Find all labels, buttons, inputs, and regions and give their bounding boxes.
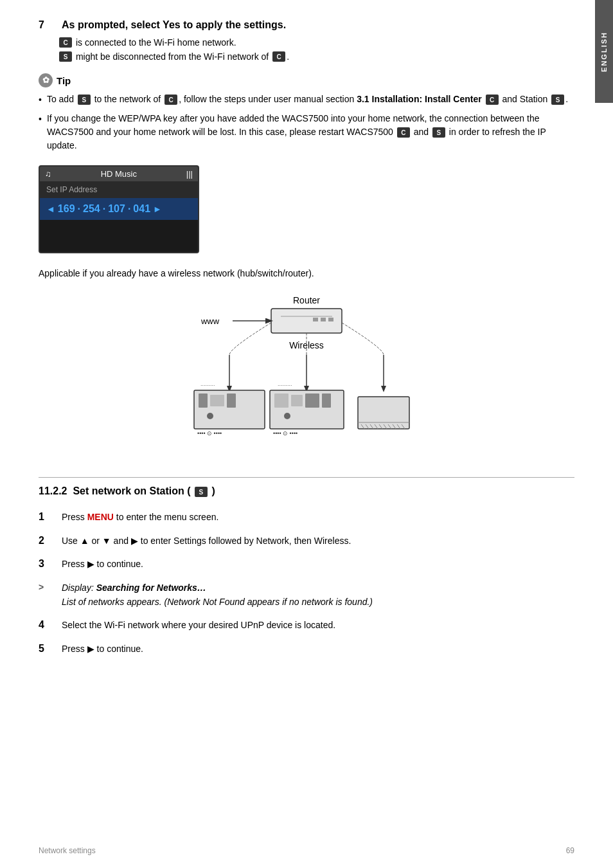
lcd-ip-2: 254 (83, 203, 100, 215)
section-title-start: Set network on Station ( (70, 485, 191, 496)
www-label: www (200, 316, 220, 326)
step-3-num: 3 (39, 557, 62, 571)
svg-text:.........: ......... (200, 381, 215, 387)
icon-station-tip1b (551, 95, 564, 105)
svg-marker-11 (381, 386, 386, 392)
tip-section: ✿ Tip To add to the network of , follow … (39, 73, 574, 152)
svg-rect-23 (322, 393, 331, 408)
tip-bullet-1-content: To add to the network of , follow the st… (47, 93, 568, 106)
tip-icon: ✿ (39, 73, 53, 87)
step-7-number: 7 (39, 19, 62, 31)
lcd-display: ♫ HD Music ||| Set IP Address ◄ 169 · 25… (39, 165, 199, 253)
step-7-text: As prompted, select Yes to apply the set… (62, 19, 286, 31)
step-7: 7 As prompted, select Yes to apply the s… (39, 19, 574, 31)
lcd-dot-1: · (78, 203, 80, 215)
icon-center-tip1b (486, 95, 499, 105)
lcd-arrow-left: ◄ (46, 204, 55, 214)
applicable-note: Applicable if you already have a wireles… (39, 266, 574, 280)
svg-point-16 (207, 413, 213, 419)
svg-rect-4 (328, 318, 333, 321)
svg-text:•••• ⊙ ••••: •••• ⊙ •••• (273, 430, 298, 437)
lcd-title-bar: ♫ HD Music ||| (40, 167, 198, 181)
lcd-wifi-icon: ||| (186, 169, 193, 179)
icon-station-tip1 (78, 95, 91, 105)
tip-bullet-2: If you change the WEP/WPA key after you … (39, 112, 574, 152)
lcd-ip-3: 107 (108, 203, 125, 215)
step-3-body: Press ▶ to continue. (62, 557, 574, 571)
svg-rect-27 (358, 397, 409, 429)
side-tab-label: ENGLISH (600, 32, 608, 72)
icon-center-2 (272, 51, 285, 62)
lcd-ip-1: 169 (58, 203, 75, 215)
connected-line-1: is connected to the Wi-Fi home network. (58, 37, 574, 48)
lcd-empty-area (40, 220, 198, 252)
tip-bullets: To add to the network of , follow the st… (39, 93, 574, 152)
footer-left: Network settings (39, 846, 96, 855)
icon-center-1 (59, 37, 72, 48)
svg-text:•••• ⊙ ••••: •••• ⊙ •••• (197, 430, 222, 437)
lcd-label: Set IP Address (40, 181, 198, 198)
step-5: 5 Press ▶ to continue. (39, 642, 574, 656)
step-4-body: Select the Wi-Fi network where your desi… (62, 618, 574, 632)
section-number: 11.2.2 (39, 485, 67, 496)
lcd-ip-row: ◄ 169 · 254 · 107 · 041 ► (40, 198, 198, 220)
svg-rect-21 (291, 395, 303, 406)
step-1-body: Press MENU to enter the menu screen. (62, 510, 574, 524)
side-tab: ENGLISH (595, 0, 613, 103)
connected-text-2: might be disconnected from the Wi-Fi net… (73, 51, 271, 62)
page-number: 69 (566, 846, 574, 855)
step-3-display: > Display: Searching for Networks… List … (39, 581, 574, 610)
connected-text-2-end: . (287, 51, 289, 62)
lcd-ip-4: 041 (133, 203, 150, 215)
connected-text-1: is connected to the Wi-Fi home network. (73, 37, 236, 48)
lcd-title: HD Music (101, 169, 137, 179)
svg-rect-22 (305, 393, 319, 408)
step-3: 3 Press ▶ to continue. (39, 557, 574, 571)
router-label: Router (293, 295, 320, 305)
tip-header: ✿ Tip (39, 73, 574, 87)
tip-title: Tip (57, 75, 71, 86)
network-diagram: Router www Wireless (39, 291, 574, 458)
svg-rect-13 (199, 393, 208, 408)
connected-line-2: might be disconnected from the Wi-Fi net… (58, 51, 574, 62)
lcd-music-icon: ♫ (45, 169, 51, 179)
icon-station-1 (59, 51, 72, 62)
step-5-num: 5 (39, 642, 62, 656)
step-4-num: 4 (39, 618, 62, 632)
tip-bullet-2-content: If you change the WEP/WPA key after you … (47, 112, 574, 152)
section-112-heading: 11.2.2 Set network on Station ( ) (39, 477, 574, 497)
step-2: 2 Use ▲ or ▼ and ▶ to enter Settings fol… (39, 534, 574, 548)
page-footer: Network settings 69 (39, 846, 574, 855)
step-display-body: Display: Searching for Networks… List of… (62, 581, 574, 610)
svg-text:.........: ......... (278, 381, 292, 387)
svg-point-24 (284, 413, 290, 419)
icon-center-tip2 (397, 127, 410, 138)
icon-center-tip1 (164, 95, 177, 105)
icon-station-tip2 (432, 127, 445, 138)
lcd-dot-2: · (103, 203, 105, 215)
svg-rect-2 (313, 318, 318, 321)
icon-station-section (195, 487, 208, 497)
step-2-body: Use ▲ or ▼ and ▶ to enter Settings follo… (62, 534, 574, 548)
step-1-num: 1 (39, 510, 62, 524)
network-diagram-svg: Router www Wireless (146, 291, 467, 458)
connected-info: is connected to the Wi-Fi home network. … (58, 37, 574, 62)
lcd-arrow-right: ► (153, 204, 162, 214)
svg-rect-15 (227, 393, 236, 408)
step-4: 4 Select the Wi-Fi network where your de… (39, 618, 574, 632)
svg-rect-14 (210, 395, 224, 406)
step-display-marker: > (39, 581, 62, 610)
section-title-end: ) (211, 485, 215, 496)
svg-rect-20 (274, 393, 289, 408)
step-1: 1 Press MENU to enter the menu screen. (39, 510, 574, 524)
step-5-body: Press ▶ to continue. (62, 642, 574, 656)
lcd-dot-3: · (128, 203, 130, 215)
step-2-num: 2 (39, 534, 62, 548)
tip-bullet-1: To add to the network of , follow the st… (39, 93, 574, 107)
svg-rect-3 (321, 318, 326, 321)
